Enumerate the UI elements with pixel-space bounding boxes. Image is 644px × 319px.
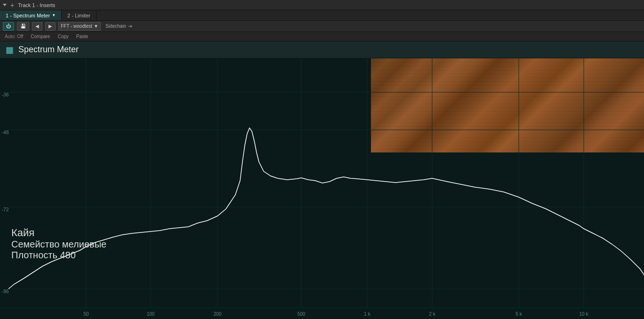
title-bar: + Track 1 - Inserts: [0, 0, 644, 10]
toolbar: ⏻ 💾 ◀ ▶ FFT - woodtest ▼ Sidechain ⇥: [0, 21, 644, 32]
freq-axis-svg: 50 100 200 500 1 k 2 k 5 k 10 k: [0, 308, 644, 319]
tab-limiter[interactable]: 2 - Limiter: [62, 10, 97, 20]
plugin-header: ▦ Spectrum Meter: [0, 41, 644, 58]
svg-text:50: 50: [83, 311, 89, 317]
svg-text:100: 100: [147, 311, 155, 317]
compare-btn[interactable]: Compare: [29, 34, 52, 39]
svg-text:1 k: 1 k: [364, 311, 370, 317]
svg-text:2 k: 2 k: [429, 311, 435, 317]
fft-dropdown-arrow: ▼: [94, 24, 98, 29]
svg-text:200: 200: [214, 311, 222, 317]
wood-info-overlay: Кайя Семейство мелиевые Плотность 480: [11, 227, 106, 261]
copy-btn[interactable]: Copy: [56, 34, 70, 39]
spectrum-meter-icon: ▦: [6, 45, 14, 55]
tab-spectrum[interactable]: 1 - Spectrum Meter ▼: [0, 10, 62, 20]
plugin-title: Spectrum Meter: [18, 45, 79, 55]
auto-btn[interactable]: Auto: Off: [3, 34, 25, 39]
sidechain-icon[interactable]: ⇥: [128, 24, 132, 29]
tab-arrow-1: ▼: [52, 13, 56, 17]
fft-dropdown[interactable]: FFT - woodtest ▼: [58, 22, 101, 31]
main-spectrum-area: -36 -48 -72 -96 Кайя Семейство мелиевые: [0, 58, 644, 308]
spectrum-graph: [0, 58, 644, 308]
paste-btn[interactable]: Paste: [74, 34, 90, 39]
svg-text:500: 500: [298, 311, 306, 317]
svg-text:10 k: 10 k: [580, 311, 589, 317]
svg-text:5 k: 5 k: [515, 311, 522, 317]
wood-density: Плотность 480: [11, 250, 106, 261]
save-btn[interactable]: 💾: [17, 22, 29, 31]
wood-family: Семейство мелиевые: [11, 239, 106, 250]
grid-label-neg72: -72: [2, 207, 8, 212]
plugin-tabs: 1 - Spectrum Meter ▼ 2 - Limiter: [0, 10, 644, 21]
grid-label-neg36: -36: [2, 92, 8, 97]
add-insert-btn[interactable]: +: [10, 1, 14, 9]
secondary-toolbar: Auto: Off Compare Copy Paste: [0, 32, 644, 41]
grid-label-neg96: -96: [2, 289, 8, 294]
sidechain-area: Sidechain ⇥: [105, 24, 132, 29]
prev-btn[interactable]: ◀: [32, 22, 42, 31]
grid-label-neg48: -48: [2, 130, 8, 135]
frequency-axis: 50 100 200 500 1 k 2 k 5 k 10 k: [0, 308, 644, 319]
title-arrow[interactable]: [3, 4, 7, 6]
title-text: Track 1 - Inserts: [18, 2, 55, 8]
power-btn[interactable]: ⏻: [3, 22, 14, 31]
next-btn[interactable]: ▶: [45, 22, 56, 31]
wood-name: Кайя: [11, 227, 106, 239]
